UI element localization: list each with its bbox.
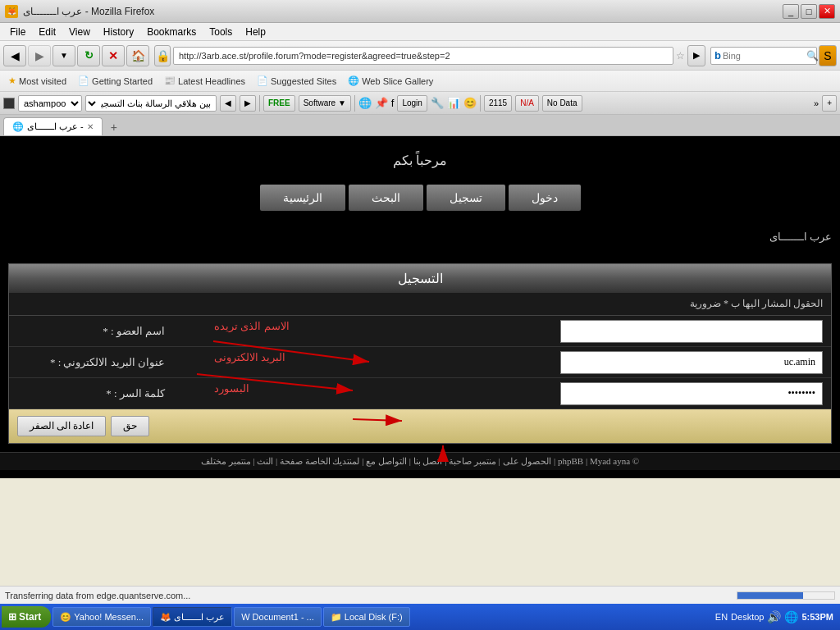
- home-button[interactable]: 🏠: [126, 45, 149, 66]
- taskbar-right: EN Desktop 🔊 🌐 5:53PM: [715, 610, 838, 623]
- tray-icon2: 🌐: [784, 610, 798, 623]
- count-button[interactable]: 2115: [484, 95, 512, 112]
- menu-view[interactable]: View: [62, 25, 97, 39]
- email-input[interactable]: [560, 351, 823, 374]
- facebook-icon[interactable]: f: [391, 97, 395, 109]
- password-input-cell: البسورد: [173, 379, 831, 409]
- lang-indicator: EN: [715, 612, 728, 622]
- start-button[interactable]: ⊞ Start: [2, 606, 51, 628]
- login-button[interactable]: Login: [397, 95, 427, 112]
- new-tab-button[interactable]: +: [106, 119, 122, 135]
- menu-bar: File Edit View History Bookmarks Tools H…: [0, 23, 840, 41]
- maximize-button[interactable]: □: [801, 4, 817, 19]
- password-hint: البسورد: [214, 382, 249, 395]
- web-slice-label: Web Slice Gallery: [362, 76, 433, 86]
- message-select[interactable]: بين هلاقي الرسالة بناث التسجيل: [85, 95, 217, 112]
- close-button[interactable]: ✕: [819, 4, 835, 19]
- menu-help[interactable]: Help: [239, 25, 272, 39]
- firefox-taskbar-icon: 🦊: [160, 612, 171, 623]
- software-button[interactable]: Software ▼: [299, 95, 351, 112]
- title-bar-left: 🦊 عرب اـــــــاى - Mozilla Firefox: [5, 5, 154, 18]
- nav-next-button[interactable]: ▶: [240, 95, 256, 112]
- taskbar-firefox[interactable]: 🦊 عرب اـــــــاى: [153, 607, 232, 627]
- tab-close-button[interactable]: ✕: [87, 122, 94, 131]
- tray-icon1: 🔊: [767, 610, 781, 623]
- address-go-button[interactable]: ▶: [687, 45, 705, 66]
- username-hint: الاسم الذى تريده: [214, 320, 290, 333]
- toolbar-icon5[interactable]: 😊: [463, 97, 477, 109]
- nav-register[interactable]: تسجيل: [427, 185, 505, 211]
- menu-file[interactable]: File: [3, 25, 32, 39]
- firefox-label: عرب اـــــــاى: [174, 612, 225, 623]
- n-a-button[interactable]: N/A: [515, 95, 539, 112]
- taskbar-word[interactable]: W Document1 - ...: [234, 607, 322, 627]
- menu-tools[interactable]: Tools: [203, 25, 239, 39]
- email-hint: البريد الالكترونى: [214, 351, 285, 364]
- suggested-sites-icon: 📄: [257, 75, 268, 86]
- taskbar-explorer[interactable]: 📁 Local Disk (F:): [323, 607, 410, 627]
- username-input-cell: الاسم الذى تريده: [173, 317, 831, 346]
- page-wrapper: مرحباً بكم دخول تسجيل البحث الرئيسية عرب…: [0, 136, 840, 478]
- nav-login[interactable]: دخول: [509, 185, 581, 211]
- bookmark-getting-started[interactable]: 📄 Getting Started: [75, 75, 156, 87]
- username-input[interactable]: [560, 320, 823, 343]
- word-icon: W: [241, 612, 249, 622]
- latest-headlines-label: Latest Headlines: [178, 76, 245, 86]
- refresh-button[interactable]: ↻: [77, 45, 100, 66]
- toolbar-add-button[interactable]: +: [822, 95, 837, 112]
- registration-form: التسجيل الحقول المشار اليها ب * ضرورية ا…: [8, 263, 832, 444]
- reset-button[interactable]: اعادة الى الصفر: [17, 416, 106, 436]
- submit-button[interactable]: حق: [111, 416, 149, 436]
- menu-history[interactable]: History: [97, 25, 140, 39]
- toolbar-separator: [259, 95, 260, 112]
- menu-edit[interactable]: Edit: [32, 25, 62, 39]
- explorer-label: Local Disk (F:): [345, 612, 403, 622]
- bookmarks-bar: ★ Most visited 📄 Getting Started 📰 Lates…: [0, 71, 840, 92]
- page-background: مرحباً بكم دخول تسجيل البحث الرئيسية عرب…: [0, 136, 840, 478]
- tab-bar: 🌐 عرب اـــــــاى - ✕ +: [0, 115, 840, 136]
- windows-icon: ⊞: [8, 611, 16, 623]
- search-input[interactable]: [723, 51, 805, 61]
- toolbar-grid-icon[interactable]: [3, 98, 15, 109]
- bookmark-star-icon[interactable]: ☆: [676, 50, 685, 62]
- nav-prev-button[interactable]: ◀: [220, 95, 236, 112]
- nav-home[interactable]: الرئيسية: [260, 185, 345, 211]
- email-input-cell: البريد الالكترونى: [173, 348, 831, 377]
- dropdown-button[interactable]: ▼: [52, 45, 75, 66]
- no-data-button[interactable]: No Data: [542, 95, 582, 112]
- password-input[interactable]: [560, 382, 823, 405]
- password-label: كلمة السر : *: [9, 382, 173, 405]
- nav-search[interactable]: البحث: [349, 185, 423, 211]
- menu-bookmarks[interactable]: Bookmarks: [140, 25, 203, 39]
- back-button[interactable]: ◀: [3, 45, 26, 66]
- toolbar-icon4[interactable]: 📊: [447, 97, 460, 109]
- active-tab[interactable]: 🌐 عرب اـــــــاى - ✕: [3, 117, 103, 135]
- minimize-button[interactable]: _: [783, 4, 799, 19]
- stop-button[interactable]: ✕: [102, 45, 125, 66]
- browser-icon1[interactable]: 🌐: [358, 97, 372, 109]
- bookmark-latest-headlines[interactable]: 📰 Latest Headlines: [161, 75, 249, 87]
- security-icon: 🔒: [154, 45, 171, 66]
- desktop-label: Desktop: [731, 612, 764, 622]
- forward-button[interactable]: ▶: [28, 45, 51, 66]
- bookmark-web-slice[interactable]: 🌐 Web Slice Gallery: [345, 75, 436, 87]
- toolbar-icon3[interactable]: 🔧: [431, 97, 444, 109]
- browser-icon2[interactable]: 📌: [375, 97, 388, 109]
- toolbar-expand[interactable]: »: [814, 98, 819, 108]
- email-label: عنوان البريد الالكتروني : *: [9, 351, 173, 374]
- clock: 5:53PM: [801, 612, 833, 622]
- folder-icon: 📁: [331, 612, 342, 623]
- ashampoo-select[interactable]: ashampoo: [18, 95, 82, 112]
- address-bar[interactable]: http://3arb.ace.st/profile.forum?mode=re…: [173, 47, 673, 65]
- search-button[interactable]: 🔍: [806, 50, 819, 62]
- taskbar: ⊞ Start 😊 Yahoo! Messen... 🦊 عرب اــــــ…: [0, 604, 840, 630]
- bookmark-suggested-sites[interactable]: 📄 Suggested Sites: [253, 75, 340, 87]
- form-header: التسجيل: [9, 264, 831, 293]
- taskbar-yahoo[interactable]: 😊 Yahoo! Messen...: [52, 607, 151, 627]
- free-button[interactable]: FREE: [263, 95, 295, 112]
- word-label: Document1 - ...: [253, 612, 314, 622]
- tools-menu-button[interactable]: S: [819, 45, 837, 66]
- section-title: عرب اـــــــاى: [0, 227, 840, 247]
- bookmark-most-visited[interactable]: ★ Most visited: [5, 75, 70, 87]
- toolbar-bar: ashampoo بين هلاقي الرسالة بناث التسجيل …: [0, 92, 840, 115]
